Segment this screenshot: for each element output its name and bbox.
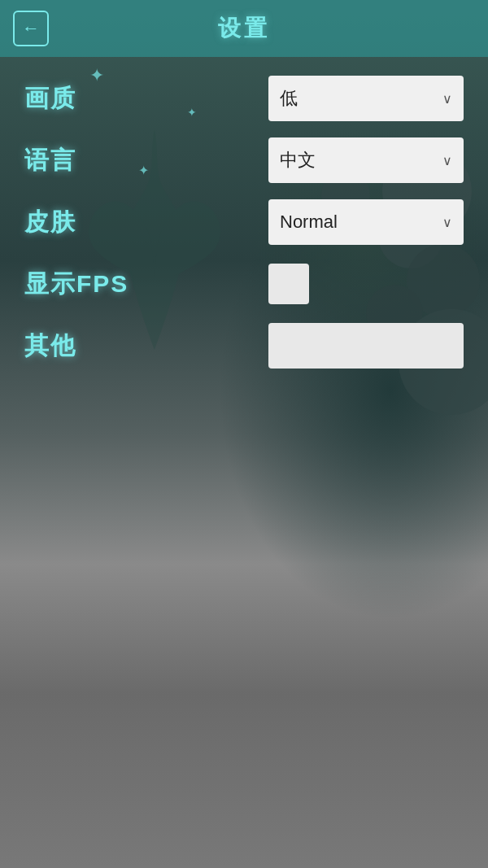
other-row: 其他 xyxy=(24,321,464,371)
skin-value: Normal xyxy=(280,212,338,233)
quality-control: 低 ∨ xyxy=(268,76,464,121)
skin-row: 皮肤 Normal ∨ xyxy=(24,197,464,247)
quality-label: 画质 xyxy=(24,82,155,116)
language-control: 中文 ∨ xyxy=(268,137,464,183)
other-input[interactable] xyxy=(268,323,464,369)
fps-label: 显示FPS xyxy=(24,268,155,301)
quality-dropdown[interactable]: 低 ∨ xyxy=(268,76,464,121)
skin-chevron-icon: ∨ xyxy=(442,215,452,230)
other-control xyxy=(268,323,464,369)
fps-checkbox[interactable] xyxy=(268,264,309,304)
quality-chevron-icon: ∨ xyxy=(442,91,452,107)
quality-value: 低 xyxy=(280,86,298,111)
language-dropdown[interactable]: 中文 ∨ xyxy=(268,137,464,183)
language-row: 语言 中文 ∨ xyxy=(24,135,464,185)
skin-control: Normal ∨ xyxy=(268,199,464,245)
language-chevron-icon: ∨ xyxy=(442,153,452,168)
other-label: 其他 xyxy=(24,329,155,363)
fps-control xyxy=(268,264,464,304)
fps-row: 显示FPS xyxy=(24,259,464,309)
skin-label: 皮肤 xyxy=(24,206,155,239)
header: ← 设置 xyxy=(0,0,488,57)
quality-row: 画质 低 ∨ xyxy=(24,73,464,124)
settings-container: 画质 低 ∨ 语言 中文 ∨ 皮肤 Normal ∨ 显示FPS xyxy=(0,57,488,399)
back-arrow-icon: ← xyxy=(22,18,40,39)
back-button[interactable]: ← xyxy=(13,11,49,46)
skin-dropdown[interactable]: Normal ∨ xyxy=(268,199,464,245)
language-label: 语言 xyxy=(24,144,155,177)
language-value: 中文 xyxy=(280,148,316,172)
page-title: 设置 xyxy=(218,13,270,44)
